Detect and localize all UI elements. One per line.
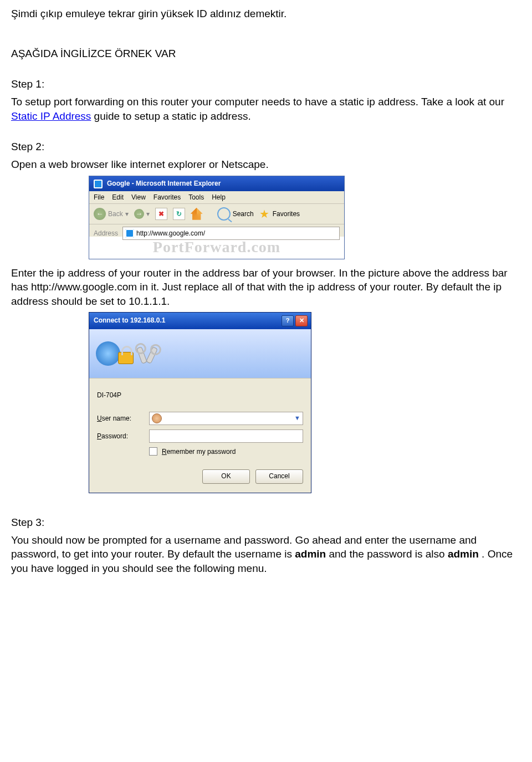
- ok-button[interactable]: OK: [202, 469, 250, 484]
- dialog-body: DI-704P User name: ▼ Password: Remember …: [89, 379, 311, 469]
- menu-file[interactable]: File: [94, 193, 104, 202]
- password-input[interactable]: [149, 429, 303, 443]
- ie-app-icon: [94, 180, 103, 188]
- remember-label: Remember my password: [162, 447, 236, 456]
- dialog-banner: [89, 329, 311, 379]
- help-button[interactable]: ?: [282, 315, 294, 326]
- step2-title: Step 2:: [11, 140, 521, 154]
- back-arrow-icon: ←: [94, 208, 106, 220]
- menu-tools[interactable]: Tools: [188, 193, 204, 202]
- favorites-button[interactable]: ★ Favorites: [259, 208, 300, 219]
- menu-view[interactable]: View: [131, 193, 146, 202]
- step3-mid: and the password is also: [326, 548, 448, 560]
- ie-screenshot: Google - Microsoft Internet Explorer Fil…: [89, 176, 345, 259]
- stop-icon[interactable]: ✖: [155, 208, 167, 220]
- search-button[interactable]: Search: [217, 207, 254, 221]
- fwd-dropdown-icon: ▾: [146, 209, 150, 218]
- step3-title: Step 3:: [11, 515, 521, 530]
- back-label: Back: [108, 209, 123, 218]
- dialog-title-text: Connect to 192.168.0.1: [94, 316, 165, 325]
- person-icon: [152, 413, 162, 423]
- step1-title: Step 1:: [11, 77, 521, 91]
- back-button[interactable]: ← Back ▾: [94, 208, 129, 220]
- menu-help[interactable]: Help: [212, 193, 226, 202]
- dialog-buttons: OK Cancel: [89, 469, 311, 493]
- step1-post: guide to setup a static ip address.: [91, 110, 250, 122]
- dialog-titlebar: Connect to 192.168.0.1 ? ✕: [89, 313, 311, 329]
- globe-icon: [96, 341, 120, 366]
- step3-text: You should now be prompted for a usernam…: [11, 533, 521, 576]
- ie-menubar: File Edit View Favorites Tools Help: [89, 191, 344, 204]
- star-icon: ★: [259, 208, 270, 219]
- username-dropdown-icon[interactable]: ▼: [294, 414, 300, 422]
- search-icon: [217, 207, 231, 221]
- remember-row: Remember my password: [97, 447, 303, 456]
- password-row: Password:: [97, 429, 303, 443]
- search-label: Search: [233, 209, 254, 218]
- favorites-label: Favorites: [273, 209, 300, 218]
- static-ip-link[interactable]: Static IP Address: [11, 110, 91, 122]
- ie-title-text: Google - Microsoft Internet Explorer: [107, 179, 221, 188]
- cancel-button[interactable]: Cancel: [255, 469, 303, 484]
- username-input[interactable]: ▼: [149, 412, 303, 425]
- step1-pre: To setup port forwarding on this router …: [11, 96, 504, 108]
- step1-text: To setup port forwarding on this router …: [11, 95, 521, 123]
- step2-text: Open a web browser like internet explore…: [11, 157, 521, 172]
- menu-favorites[interactable]: Favorites: [154, 193, 181, 202]
- forward-button[interactable]: → ▾: [134, 209, 150, 219]
- admin-word-1: admin: [295, 548, 326, 560]
- back-dropdown-icon: ▾: [125, 209, 129, 218]
- ie-toolbar: ← Back ▾ → ▾ ✖ ↻ Search ★ Favorites: [89, 204, 344, 224]
- keys-icon: [137, 347, 165, 364]
- lock-icon: [118, 352, 134, 364]
- admin-word-2: admin: [448, 548, 479, 560]
- menu-edit[interactable]: Edit: [112, 193, 124, 202]
- remember-checkbox[interactable]: [149, 447, 157, 456]
- password-label: Password:: [97, 432, 145, 441]
- forward-arrow-icon: →: [134, 209, 144, 219]
- login-dialog: Connect to 192.168.0.1 ? ✕ DI-704P User …: [89, 312, 311, 493]
- address-label: Address: [94, 229, 118, 238]
- page-icon: [125, 229, 134, 238]
- section-heading: AŞAĞIDA İNGİLİZCE ÖRNEK VAR: [11, 47, 521, 61]
- username-label: User name:: [97, 414, 145, 423]
- refresh-icon[interactable]: ↻: [173, 208, 185, 220]
- device-label: DI-704P: [97, 391, 121, 400]
- paragraph-enter-ip: Enter the ip address of your router in t…: [11, 266, 521, 309]
- close-button[interactable]: ✕: [295, 315, 308, 326]
- username-row: User name: ▼: [97, 412, 303, 425]
- home-icon[interactable]: [191, 208, 203, 220]
- intro-line: Şimdi çıkıp emuleye tekrar girin yüksek …: [11, 7, 521, 21]
- ie-titlebar: Google - Microsoft Internet Explorer: [89, 176, 344, 191]
